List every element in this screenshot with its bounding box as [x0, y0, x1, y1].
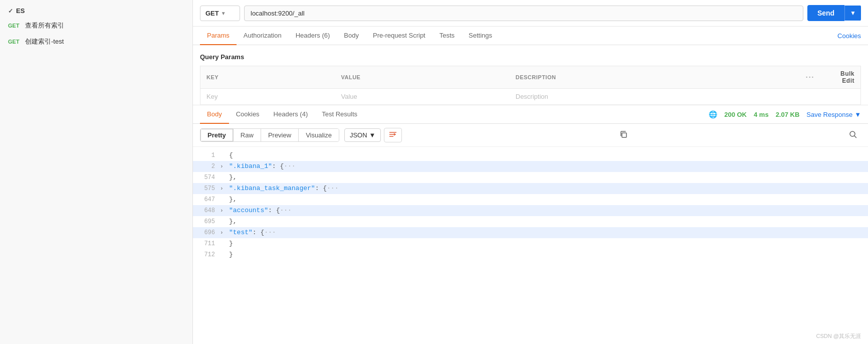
format-tab-visualize[interactable]: Visualize	[299, 129, 339, 141]
dots-icon: ···	[806, 73, 815, 81]
code-view[interactable]: 1 {2› ".kibana_1": {···574 },575› ".kiba…	[193, 147, 868, 344]
query-params-title: Query Params	[200, 50, 861, 66]
main-panel: GET ▼ Send ▼ Params Authorization Header…	[193, 0, 868, 344]
query-params-section: Query Params KEY VALUE DESCRIPTION ··· B…	[193, 45, 868, 105]
actions-cell	[800, 89, 821, 105]
send-dropdown-button[interactable]: ▼	[844, 6, 861, 21]
th-actions: ···	[800, 66, 821, 89]
expand-arrow[interactable]: ›	[220, 161, 227, 172]
svg-rect-3	[622, 133, 626, 137]
url-bar: GET ▼ Send ▼	[193, 0, 868, 27]
code-line-575: 575› ".kibana_task_manager": {···	[193, 183, 868, 194]
line-number: 2	[197, 161, 215, 172]
resp-tab-test-results[interactable]: Test Results	[315, 105, 364, 124]
method-badge-get-2: GET	[8, 39, 22, 45]
wrap-button[interactable]	[384, 128, 402, 142]
tab-authorization[interactable]: Authorization	[237, 27, 289, 45]
bulk-edit-label: Bulk Edit	[840, 70, 854, 84]
method-select[interactable]: GET ▼	[200, 6, 240, 21]
copy-button[interactable]	[615, 128, 631, 142]
code-content: }	[229, 238, 864, 249]
value-cell[interactable]: Value	[335, 89, 509, 105]
line-number: 1	[197, 150, 215, 161]
sidebar-item-label-1: 查看所有索引	[25, 21, 64, 30]
expand-arrow[interactable]: ›	[220, 183, 227, 194]
line-number: 648	[197, 205, 215, 216]
tab-body[interactable]: Body	[337, 27, 366, 45]
tab-settings[interactable]: Settings	[462, 27, 499, 45]
sidebar-title: ✓ ES	[0, 4, 192, 18]
code-content: {	[229, 150, 864, 161]
sidebar-item-label-2: 创建索引-test	[25, 37, 64, 46]
format-tab-preview[interactable]: Preview	[261, 129, 299, 141]
line-number: 711	[197, 238, 215, 249]
response-tabs-bar: Body Cookies Headers (4) Test Results 🌐 …	[193, 105, 868, 124]
format-tab-raw[interactable]: Raw	[234, 129, 261, 141]
key-cell[interactable]: Key	[200, 89, 335, 105]
bulk-cell	[821, 89, 861, 105]
status-code: 200 OK	[724, 111, 747, 118]
expand-arrow[interactable]: ›	[220, 205, 227, 216]
code-content: },	[229, 172, 864, 183]
method-label: GET	[205, 10, 219, 17]
line-number: 712	[197, 249, 215, 260]
send-button-group: Send ▼	[807, 5, 861, 21]
response-status-area: 🌐 200 OK 4 ms 2.07 KB Save Response ▼	[709, 110, 861, 118]
format-tabs: Pretty Raw Preview Visualize	[200, 128, 339, 142]
format-toolbar: Pretty Raw Preview Visualize JSON ▼	[193, 124, 868, 147]
code-line-2: 2› ".kibana_1": {···	[193, 161, 868, 172]
params-empty-row: Key Value Description	[200, 89, 861, 105]
th-key: KEY	[200, 66, 335, 89]
resp-tab-body[interactable]: Body	[200, 105, 229, 124]
chevron-json-icon: ▼	[369, 131, 376, 139]
tab-pre-request-script[interactable]: Pre-request Script	[366, 27, 432, 45]
code-line-695: 695 },	[193, 216, 868, 227]
resp-tab-cookies[interactable]: Cookies	[229, 105, 267, 124]
url-input[interactable]	[244, 6, 803, 21]
sidebar-item-view-indices[interactable]: GET 查看所有索引	[0, 18, 192, 34]
chevron-save-icon: ▼	[854, 111, 861, 118]
th-description: DESCRIPTION	[510, 66, 800, 89]
tab-params[interactable]: Params	[200, 27, 237, 45]
line-number: 647	[197, 194, 215, 205]
code-content: }	[229, 249, 864, 260]
sidebar: ✓ ES GET 查看所有索引 GET 创建索引-test	[0, 0, 193, 344]
code-line-696: 696› "test": {···	[193, 227, 868, 238]
response-section: Body Cookies Headers (4) Test Results 🌐 …	[193, 105, 868, 344]
code-content: },	[229, 194, 864, 205]
code-content: ".kibana_task_manager": {···	[229, 183, 864, 194]
sidebar-item-create-index[interactable]: GET 创建索引-test	[0, 34, 192, 50]
line-number: 696	[197, 227, 215, 238]
code-line-574: 574 },	[193, 172, 868, 183]
status-size: 2.07 KB	[776, 111, 800, 118]
description-cell[interactable]: Description	[510, 89, 800, 105]
globe-icon: 🌐	[709, 110, 717, 118]
line-number: 574	[197, 172, 215, 183]
method-badge-get-1: GET	[8, 23, 22, 29]
code-line-712: 712 }	[193, 249, 868, 260]
tab-headers[interactable]: Headers (6)	[289, 27, 337, 45]
check-icon: ✓	[8, 8, 13, 15]
code-content: "accounts": {···	[229, 205, 864, 216]
json-format-select[interactable]: JSON ▼	[344, 128, 381, 142]
status-time: 4 ms	[754, 111, 769, 118]
th-bulk-edit[interactable]: Bulk Edit	[821, 66, 861, 89]
watermark: CSDN @其乐无涯	[816, 332, 861, 340]
line-number: 695	[197, 216, 215, 227]
send-button[interactable]: Send	[807, 5, 844, 21]
search-button[interactable]	[845, 128, 861, 142]
params-table: KEY VALUE DESCRIPTION ··· Bulk Edit Key …	[200, 66, 861, 105]
format-tab-pretty[interactable]: Pretty	[200, 129, 234, 141]
tab-tests[interactable]: Tests	[432, 27, 462, 45]
svg-line-5	[854, 136, 856, 138]
code-content: ".kibana_1": {···	[229, 161, 864, 172]
expand-arrow[interactable]: ›	[220, 227, 227, 238]
chevron-down-icon: ▼	[221, 11, 226, 16]
code-line-711: 711 }	[193, 238, 868, 249]
resp-tab-headers[interactable]: Headers (4)	[267, 105, 315, 124]
code-line-647: 647 },	[193, 194, 868, 205]
cookies-link[interactable]: Cookies	[837, 27, 861, 45]
line-number: 575	[197, 183, 215, 194]
code-content: "test": {···	[229, 227, 864, 238]
save-response-button[interactable]: Save Response ▼	[806, 111, 861, 118]
